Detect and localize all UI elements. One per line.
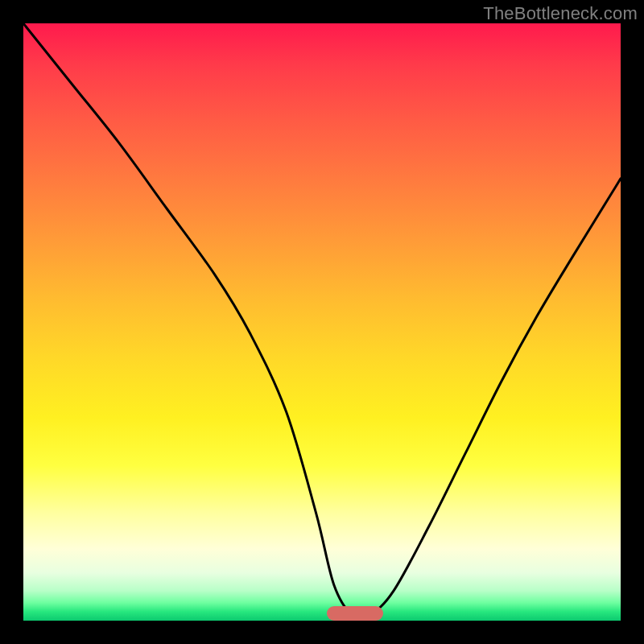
outer-frame: TheBottleneck.com	[0, 0, 644, 644]
watermark-text: TheBottleneck.com	[483, 3, 638, 24]
bottleneck-curve	[23, 23, 621, 621]
plot-area	[23, 23, 621, 621]
optimal-range-marker	[327, 606, 383, 621]
